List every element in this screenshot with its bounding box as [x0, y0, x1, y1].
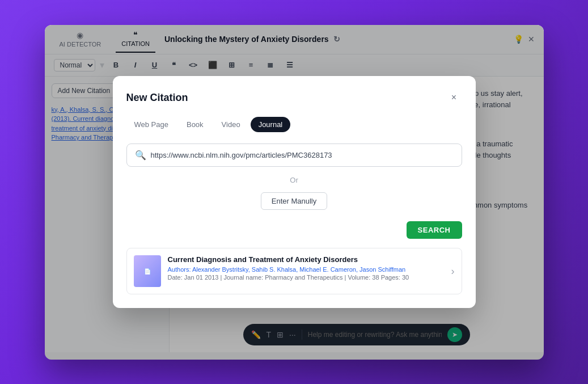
result-meta: Date: Jan 01 2013 | Journal name: Pharma… [168, 274, 445, 281]
modal-tabs: Web Page Book Video Journal [126, 117, 462, 132]
modal-overlay: New Citation × Web Page Book Video Journ… [45, 25, 544, 360]
pages-prefix: Pages: [381, 274, 402, 281]
or-divider: Or [126, 176, 462, 184]
tab-book[interactable]: Book [179, 117, 211, 132]
tab-journal[interactable]: Journal [251, 117, 291, 132]
result-journal: Pharmacy and Therapeutics [265, 274, 342, 281]
url-input[interactable] [151, 151, 454, 159]
result-chevron-icon: › [451, 265, 455, 277]
modal-title: New Citation [126, 92, 188, 104]
result-pages: 30 [402, 274, 409, 281]
journal-prefix: | Journal name: [220, 274, 265, 281]
authors-plain: Alexander Bystritsky, Sahib S. Khalsa, [192, 266, 299, 273]
result-title: Current Diagnosis and Treatment of Anxie… [168, 255, 445, 264]
date-prefix: Date: [168, 274, 184, 281]
new-citation-modal: New Citation × Web Page Book Video Journ… [113, 76, 476, 308]
enter-manually-button[interactable]: Enter Manully [261, 192, 327, 210]
result-authors: Authors: Alexander Bystritsky, Sahib S. … [168, 266, 445, 273]
search-icon: 🔍 [135, 150, 146, 161]
thumbnail-image: 📄 [134, 255, 161, 287]
authors-label: Authors: [168, 266, 192, 273]
volume-prefix: | Volume: [345, 274, 373, 281]
modal-header: New Citation × [126, 90, 462, 106]
result-thumbnail: 📄 [134, 255, 161, 287]
thumbnail-icon: 📄 [144, 268, 151, 275]
app-window: ◉ AI DETECTOR ❝ CITATION Unlocking the M… [45, 25, 544, 360]
result-date: Jan 01 2013 [184, 274, 219, 281]
close-icon: × [451, 93, 456, 102]
search-action-row: SEARCH [126, 221, 462, 239]
search-button[interactable]: SEARCH [407, 221, 462, 239]
url-search-bar[interactable]: 🔍 [126, 144, 462, 167]
search-result-item[interactable]: 📄 Current Diagnosis and Treatment of Anx… [126, 248, 462, 294]
modal-close-button[interactable]: × [446, 90, 462, 106]
result-info: Current Diagnosis and Treatment of Anxie… [168, 255, 445, 281]
result-volume: 38 [372, 274, 379, 281]
tab-video[interactable]: Video [214, 117, 248, 132]
tab-web-page[interactable]: Web Page [126, 117, 176, 132]
authors-linked: Michael E. Cameron, Jason Schiffman [299, 266, 405, 273]
